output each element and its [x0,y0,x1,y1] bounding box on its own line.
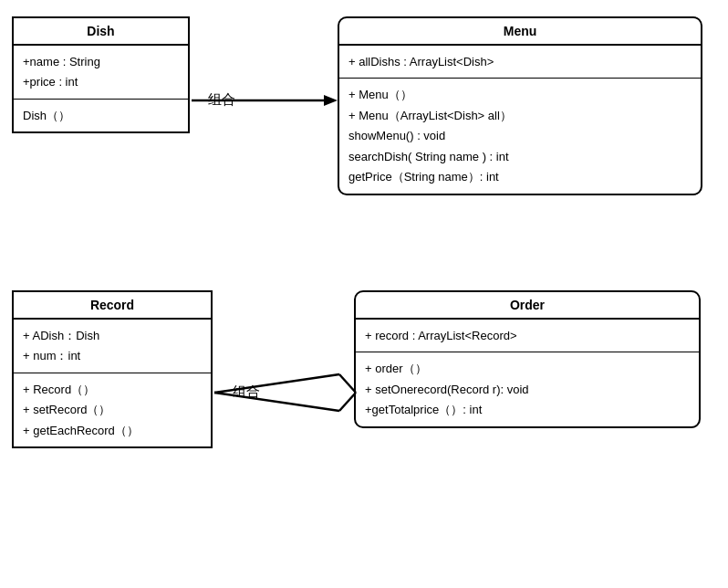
dish-attributes: +name : String +price : int [14,46,188,100]
order-title: Order [356,292,699,320]
diagram-container: Dish +name : String +price : int Dish（） … [0,0,728,588]
record-method-1: + Record（） [23,380,202,399]
dish-methods: Dish（） [14,100,188,131]
order-method-3: +getTotalprice（）: int [365,400,690,419]
order-methods: + order（） + setOnerecord(Record r): void… [356,352,699,425]
record-method-3: + getEachRecord（） [23,421,202,440]
menu-methods: + Menu（） + Menu（ArrayList<Dish> all） sho… [339,79,701,193]
menu-method-5: getPrice（String name）: int [348,167,692,186]
menu-method-4: searchDish( String name ) : int [348,147,692,166]
menu-method-2: + Menu（ArrayList<Dish> all） [348,106,692,125]
dish-attr-1: +name : String [23,52,179,71]
order-method-1: + order（） [365,359,690,378]
record-attr-2: + num：int [23,346,202,365]
dish-title: Dish [14,18,188,46]
order-attr-1: + record : ArrayList<Record> [365,326,690,345]
svg-marker-1 [324,95,338,106]
record-methods: + Record（） + setRecord（） + getEachRecord… [14,373,211,446]
dish-method-1: Dish（） [23,106,179,125]
menu-class-box: Menu + allDishs : ArrayList<Dish> + Menu… [338,16,702,195]
dish-attr-2: +price : int [23,72,179,91]
order-attributes: + record : ArrayList<Record> [356,320,699,352]
record-attributes: + ADish：Dish + num：int [14,320,211,373]
record-method-2: + setRecord（） [23,400,202,419]
order-class-box: Order + record : ArrayList<Record> + ord… [354,290,701,428]
record-class-box: Record + ADish：Dish + num：int + Record（）… [12,290,213,448]
record-attr-1: + ADish：Dish [23,326,202,345]
order-method-2: + setOnerecord(Record r): void [365,380,690,399]
dish-class-box: Dish +name : String +price : int Dish（） [12,16,190,133]
record-title: Record [14,292,211,320]
menu-attr-1: + allDishs : ArrayList<Dish> [348,52,692,71]
composition-label-bottom: 组合 [233,383,260,401]
composition-label-top: 组合 [208,91,235,109]
menu-method-1: + Menu（） [348,85,692,104]
menu-method-3: showMenu() : void [348,126,692,145]
menu-attributes: + allDishs : ArrayList<Dish> [339,46,701,79]
menu-title: Menu [339,18,701,46]
